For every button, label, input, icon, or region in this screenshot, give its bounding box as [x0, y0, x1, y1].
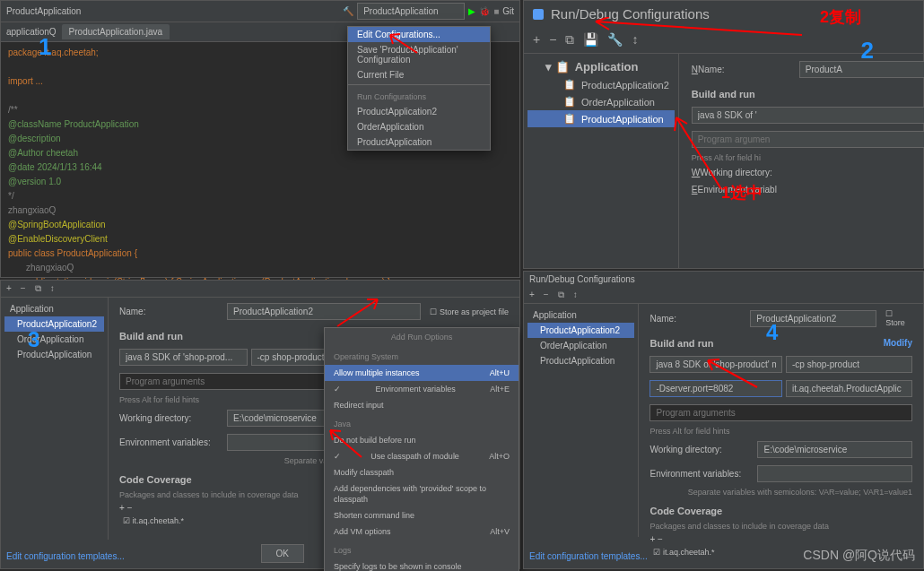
editor-panel: ProductApplication 🔨 ProductApplication … — [0, 0, 520, 278]
sort-icon[interactable]: ↕ — [632, 32, 638, 48]
java-sdk[interactable] — [119, 349, 248, 366]
main-class[interactable] — [786, 380, 912, 397]
env-input[interactable] — [757, 465, 912, 482]
popup-title: Add Run Options — [325, 328, 519, 346]
remove-icon[interactable]: − — [658, 534, 663, 544]
debug-icon[interactable]: 🐞 — [479, 6, 490, 16]
opt-env-vars[interactable]: ✓ Environment variablesAlt+E — [325, 381, 519, 397]
menu-header: Run Configurations — [348, 87, 490, 104]
remove-icon[interactable]: − — [544, 290, 549, 300]
config-form: NName: Build and run Press Alt for field… — [679, 54, 924, 269]
opt-vm[interactable]: Add VM optionsAlt+V — [325, 523, 519, 540]
config-tree-4: Application ProductApplication2 OrderApp… — [524, 304, 639, 537]
add-icon[interactable]: + — [533, 32, 540, 48]
tree-order[interactable]: 📋OrderApplication — [527, 93, 675, 110]
wdir-input[interactable] — [757, 441, 912, 458]
breadcrumb[interactable]: ProductApplication — [6, 6, 81, 16]
annotation-3: 3 — [28, 327, 39, 352]
ok-button[interactable]: OK — [261, 544, 304, 563]
stop-icon[interactable]: ■ — [493, 6, 499, 16]
menu-order[interactable]: OrderApplication — [348, 119, 490, 134]
run-config-selector[interactable]: ProductApplication — [357, 3, 465, 20]
env-label: Environment variables: — [119, 437, 218, 447]
name-label: NName: — [692, 65, 790, 74]
add-run-options-popup: Add Run Options Operating System Allow m… — [324, 327, 519, 571]
tree-app-last[interactable]: ProductApplication — [527, 353, 634, 368]
store-cb[interactable]: ☐ Store — [885, 309, 912, 327]
menu-edit-config[interactable]: Edit Configurations... — [348, 27, 490, 42]
wdir-label: WWorking directory: — [692, 168, 790, 177]
run-config-dropdown: Edit Configurations... Save 'ProductAppl… — [347, 26, 491, 151]
menu-current-file[interactable]: Current File — [348, 67, 490, 82]
tree-app2[interactable]: 📋ProductApplication2 — [527, 76, 675, 93]
tree-app[interactable]: Application — [527, 307, 634, 323]
tree-application[interactable]: Application — [4, 301, 104, 316]
program-args-input[interactable] — [692, 131, 924, 148]
tree-app[interactable]: ProductApplication — [4, 347, 104, 362]
dialog-title-4: Run/Debug Configurations — [524, 272, 923, 287]
copy-icon[interactable]: ⧉ — [35, 283, 41, 294]
opt-classpath[interactable]: ✓ Use classpath of moduleAlt+O — [325, 448, 519, 464]
name-label: Name: — [119, 307, 218, 316]
add-icon[interactable]: + — [649, 534, 655, 544]
hammer-icon[interactable]: 🔨 — [343, 6, 353, 16]
add-icon[interactable]: + — [119, 503, 125, 513]
app-icon: ▾ 📋 — [545, 60, 570, 74]
tree-application: ▾ 📋Application — [527, 57, 675, 76]
dialog-title: Run/Debug Configurations — [551, 6, 710, 22]
add-icon[interactable]: + — [529, 290, 535, 300]
remove-icon[interactable]: − — [549, 32, 556, 48]
java-sdk-input[interactable] — [692, 107, 924, 124]
menu-save-config[interactable]: Save 'ProductApplication' Configuration — [348, 42, 490, 67]
annotation-copy: 2复制 — [820, 6, 861, 28]
opt-shorten[interactable]: Shorten command line — [325, 507, 519, 523]
edit-templates-link[interactable]: Edit configuration templates... — [529, 551, 648, 561]
remove-icon[interactable]: − — [21, 283, 26, 294]
program-args[interactable] — [649, 404, 912, 421]
menu-app2[interactable]: ProductApplication2 — [348, 104, 490, 119]
save-icon[interactable]: 💾 — [583, 32, 598, 48]
menu-app[interactable]: ProductApplication — [348, 134, 490, 150]
opt-logs[interactable]: Specify logs to be shown in console — [325, 558, 519, 571]
editor-tab[interactable]: ProductApplication.java — [62, 24, 170, 39]
java-sdk[interactable] — [649, 356, 782, 373]
config-form-4: Name:☐ Store Build and runModify Press A… — [639, 304, 923, 537]
git-label[interactable]: Git — [502, 6, 514, 16]
top-toolbar: ProductApplication 🔨 ProductApplication … — [1, 1, 519, 22]
copy-icon[interactable]: ⧉ — [565, 32, 574, 48]
tree-order[interactable]: OrderApplication — [527, 338, 634, 353]
config-toolbar-4: + − ⧉ ↕ — [524, 287, 923, 304]
store-checkbox[interactable]: ☐ Store as project file — [430, 307, 509, 316]
config-tree-3: Application ProductApplication2 OrderApp… — [1, 298, 109, 540]
tree-app2-sel[interactable]: ProductApplication2 — [4, 316, 104, 332]
env-label: Environment variables: — [649, 469, 748, 479]
rundebug-panel-4: Run/Debug Configurations + − ⧉ ↕ Applica… — [523, 271, 924, 569]
annotation-4: 4 — [766, 320, 778, 345]
remove-icon[interactable]: − — [127, 503, 133, 513]
config-toolbar-3: + − ⧉ ↕ — [1, 281, 519, 298]
add-icon[interactable]: + — [6, 283, 12, 294]
rundebug-panel-2: Run/Debug Configurations + − ⧉ 💾 🔧 ↕ ▾ 📋… — [523, 0, 924, 269]
config-tree: ▾ 📋Application 📋ProductApplication2 📋Ord… — [524, 54, 679, 269]
opt-provided[interactable]: Add dependencies with 'provided' scope t… — [325, 480, 519, 507]
sort-icon[interactable]: ↕ — [573, 290, 578, 300]
opt-multi-instance[interactable]: Allow multiple instancesAlt+U — [325, 365, 519, 381]
edit-templates-link[interactable]: Edit configuration templates... — [6, 551, 125, 561]
watermark: CSDN @阿Q说代码 — [803, 548, 915, 564]
rundebug-panel-3: + − ⧉ ↕ Application ProductApplication2 … — [0, 280, 520, 569]
tree-order[interactable]: OrderApplication — [4, 332, 104, 347]
opt-redirect[interactable]: Redirect input — [325, 397, 519, 413]
vm-options-input[interactable] — [649, 380, 782, 397]
tree-app-selected[interactable]: 📋ProductApplication — [527, 110, 675, 127]
name-input[interactable] — [227, 303, 421, 320]
run-icon[interactable]: ▶ — [468, 6, 475, 16]
tree-app2-sel[interactable]: ProductApplication2 — [527, 323, 634, 338]
build-run-title: Build and run — [683, 82, 924, 103]
opt-mod-cp[interactable]: Modify classpath — [325, 464, 519, 480]
classpath[interactable] — [786, 356, 912, 373]
copy-icon[interactable]: ⧉ — [558, 290, 564, 300]
sort-icon[interactable]: ↕ — [50, 283, 55, 294]
wrench-icon[interactable]: 🔧 — [607, 32, 623, 48]
opt-no-build[interactable]: Do not build before run — [325, 432, 519, 448]
modify-link[interactable]: Modify — [884, 338, 912, 349]
